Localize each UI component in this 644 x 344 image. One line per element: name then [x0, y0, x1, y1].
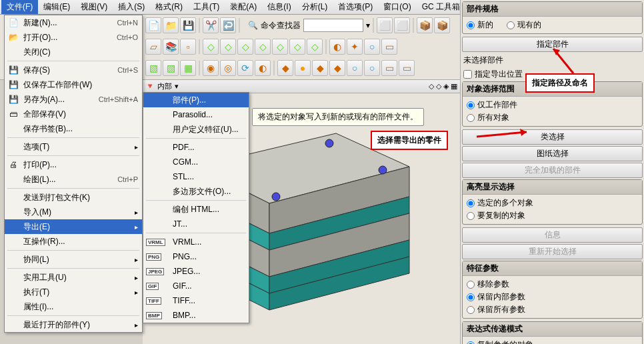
- toolbar-icon[interactable]: ▦: [180, 60, 196, 76]
- file-menu-item[interactable]: 💾保存(S)Ctrl+S: [5, 63, 142, 77]
- submenu-item[interactable]: VRMLVRML...: [143, 235, 249, 249]
- submenu-item[interactable]: Parasolid...: [143, 107, 249, 122]
- toolbar-icon[interactable]: ◇: [237, 39, 253, 55]
- toolbar-icon[interactable]: ✦: [347, 39, 363, 55]
- file-menu-item[interactable]: 📂打开(O)...Ctrl+O: [5, 30, 142, 45]
- toolbar-icon[interactable]: 📄: [145, 17, 161, 33]
- file-menu-item[interactable]: 实用工具(U)▸: [5, 270, 142, 285]
- file-menu-item[interactable]: 💾另存为(A)...Ctrl+Shift+A: [5, 92, 142, 107]
- scope-all-radio[interactable]: 所有对象: [467, 111, 638, 124]
- toolbar-icon[interactable]: ◆: [312, 60, 328, 76]
- toolbar-icon[interactable]: ●: [295, 60, 311, 76]
- submenu-item[interactable]: PNGPNG...: [143, 249, 249, 264]
- file-menu-item[interactable]: 最近打开的部件(Y)▸: [5, 317, 142, 332]
- toolbar-icon[interactable]: ▭: [399, 60, 415, 76]
- toolbar-icon[interactable]: ◇: [203, 39, 219, 55]
- toolbar-icon[interactable]: ▧: [145, 60, 161, 76]
- file-menu-item[interactable]: 发送到打包文件(K): [5, 190, 142, 205]
- toolbar-icon[interactable]: ◉: [203, 60, 219, 76]
- file-menu-item[interactable]: 导出(E)▸: [5, 219, 142, 234]
- submenu-item[interactable]: TIFFTIFF...: [143, 293, 249, 308]
- cmd-finder-input[interactable]: [303, 19, 363, 32]
- toolbar-icon[interactable]: ↩️: [220, 17, 236, 33]
- toolbar-icon[interactable]: 📦: [434, 17, 450, 33]
- file-menu-item[interactable]: 关闭(C): [5, 45, 142, 59]
- file-menu-item[interactable]: 💾仅保存工作部件(W): [5, 77, 142, 92]
- file-menu-item[interactable]: 属性(I)...: [5, 299, 142, 314]
- toolbar-icon[interactable]: 📁: [163, 17, 179, 33]
- scope-work-radio[interactable]: 仅工作部件: [467, 99, 638, 111]
- toolbar-icon[interactable]: ◐: [255, 60, 271, 76]
- toolbar-icon[interactable]: ○: [364, 39, 380, 55]
- toolbar-icon[interactable]: ◆: [329, 60, 345, 76]
- menu-item[interactable]: 信息(I): [262, 0, 296, 14]
- toolbar-icon[interactable]: ◇: [307, 39, 323, 55]
- submenu-item[interactable]: BMPBMP...: [143, 308, 249, 323]
- toolbar-icon[interactable]: ⟳: [237, 60, 253, 76]
- spec-new-radio[interactable]: 新的: [467, 19, 493, 31]
- hl-copy-radio[interactable]: 要复制的对象: [467, 209, 638, 222]
- toolbar-icon[interactable]: ◇: [255, 39, 271, 55]
- menu-item[interactable]: 插入(S): [113, 0, 150, 14]
- toolbar-icon[interactable]: ▫: [180, 39, 196, 55]
- file-menu-item[interactable]: 🗃全部保存(V): [5, 107, 142, 121]
- toolbar-icon[interactable]: ▱: [145, 39, 161, 55]
- file-menu-item[interactable]: 保存书签(B)...: [5, 121, 142, 136]
- fp-remove-radio[interactable]: 移除参数: [467, 278, 638, 291]
- toolbar-icon[interactable]: ○: [347, 60, 363, 76]
- file-menu-item[interactable]: 执行(T)▸: [5, 285, 142, 299]
- toolbar-icon[interactable]: ◇: [272, 39, 288, 55]
- drawing-select-button[interactable]: 图纸选择: [462, 146, 643, 161]
- toolbar-icon[interactable]: ⬜: [377, 17, 393, 33]
- fp-internal-radio[interactable]: 保留内部参数: [467, 291, 638, 303]
- submenu-item[interactable]: 多边形文件(O)...: [143, 184, 249, 199]
- menu-item[interactable]: 格式(R): [150, 0, 188, 14]
- file-menu-item[interactable]: 📄新建(N)...Ctrl+N: [5, 15, 142, 30]
- toolbar-icon[interactable]: ✂️: [203, 17, 219, 33]
- toolbar-icon[interactable]: ◇: [220, 39, 236, 55]
- menu-item[interactable]: GC 工具箱: [417, 0, 465, 14]
- toolbar-icon[interactable]: ▭: [381, 60, 397, 76]
- file-menu-item[interactable]: 导入(M)▸: [5, 205, 142, 219]
- submenu-item[interactable]: JT...: [143, 217, 249, 231]
- menu-item[interactable]: 视图(V): [75, 0, 113, 14]
- toolbar-icon[interactable]: ▨: [163, 60, 179, 76]
- em-copy-radio[interactable]: 复制参考的对象: [467, 339, 638, 344]
- submenu-item[interactable]: JPEGJPEG...: [143, 264, 249, 279]
- toolbar-icon[interactable]: 💾: [180, 17, 196, 33]
- toolbar-icon[interactable]: ○: [364, 60, 380, 76]
- submenu-item[interactable]: PDF...: [143, 140, 249, 155]
- toolbar-icon[interactable]: 📚: [163, 39, 179, 55]
- file-menu-item[interactable]: 绘图(L)...Ctrl+P: [5, 172, 142, 187]
- menu-item[interactable]: 文件(F): [1, 0, 38, 14]
- menu-item[interactable]: 编辑(E): [38, 0, 75, 14]
- file-menu-item[interactable]: 选项(T)▸: [5, 139, 142, 154]
- submenu-item[interactable]: GIFGIF...: [143, 279, 249, 293]
- toolbar-icon[interactable]: 📦: [417, 17, 433, 33]
- file-menu-item[interactable]: 协同(L)▸: [5, 252, 142, 267]
- blank-icon: [7, 235, 19, 247]
- toolbar-icon[interactable]: ▭: [381, 39, 397, 55]
- menu-item[interactable]: 首选项(P): [333, 0, 378, 14]
- submenu-item[interactable]: 编创 HTML...: [143, 202, 249, 217]
- file-menu-item[interactable]: 互操作(R)...: [5, 234, 142, 249]
- hl-selected-radio[interactable]: 选定的多个对象: [467, 197, 638, 209]
- submenu-item[interactable]: STL...: [143, 169, 249, 184]
- fp-all-radio[interactable]: 保留所有参数: [467, 303, 638, 316]
- toolbar-icon[interactable]: ◇: [289, 39, 305, 55]
- toolbar-icon[interactable]: ◎: [220, 60, 236, 76]
- submenu-item[interactable]: 用户定义特征(U)...: [143, 122, 249, 137]
- menu-item[interactable]: 工具(T): [188, 0, 225, 14]
- toolbar-icon[interactable]: ⬜: [394, 17, 410, 33]
- submenu-item[interactable]: 部件(P)...: [143, 93, 249, 107]
- toolbar-icon[interactable]: ◆: [277, 60, 293, 76]
- spec-existing-radio[interactable]: 现有的: [507, 19, 541, 31]
- command-finder[interactable]: 🔍 命令查找器 ▾: [248, 19, 370, 32]
- menu-item[interactable]: 窗口(O): [378, 0, 416, 14]
- menu-item[interactable]: 分析(L): [297, 0, 333, 14]
- submenu-item-label: 部件(P)...: [173, 95, 206, 106]
- file-menu-item[interactable]: 🖨打印(P)...: [5, 157, 142, 172]
- toolbar-icon[interactable]: ◐: [329, 39, 345, 55]
- menu-item[interactable]: 装配(A): [225, 0, 262, 14]
- submenu-item[interactable]: CGM...: [143, 155, 249, 169]
